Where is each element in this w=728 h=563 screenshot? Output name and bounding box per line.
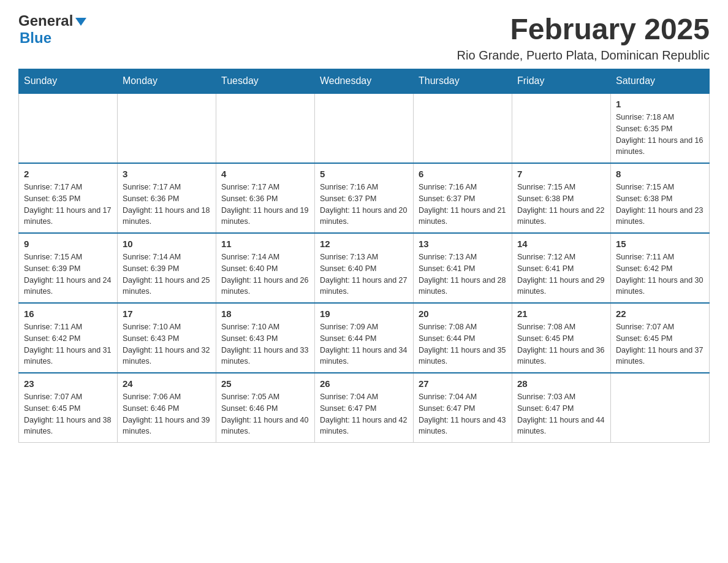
calendar-cell [118,93,216,163]
calendar-cell [216,93,315,163]
day-info: Sunrise: 7:09 AM Sunset: 6:44 PM Dayligh… [320,321,408,367]
day-number: 8 [616,169,704,179]
calendar-cell: 19Sunrise: 7:09 AM Sunset: 6:44 PM Dayli… [315,303,414,373]
calendar-cell: 8Sunrise: 7:15 AM Sunset: 6:38 PM Daylig… [611,163,710,233]
page-subtitle: Rio Grande, Puerto Plata, Dominican Repu… [457,48,710,63]
calendar-cell: 7Sunrise: 7:15 AM Sunset: 6:38 PM Daylig… [512,163,611,233]
day-number: 28 [517,378,605,389]
calendar-cell [315,93,414,163]
calendar-cell: 25Sunrise: 7:05 AM Sunset: 6:46 PM Dayli… [216,373,315,443]
day-number: 23 [24,378,112,389]
calendar-week-row: 1Sunrise: 7:18 AM Sunset: 6:35 PM Daylig… [19,93,710,163]
calendar-header-friday: Friday [512,69,611,94]
calendar-cell: 6Sunrise: 7:16 AM Sunset: 6:37 PM Daylig… [414,163,512,233]
day-number: 16 [24,308,112,319]
calendar-header-monday: Monday [118,69,216,94]
calendar-week-row: 23Sunrise: 7:07 AM Sunset: 6:45 PM Dayli… [19,373,710,443]
day-info: Sunrise: 7:11 AM Sunset: 6:42 PM Dayligh… [24,321,112,367]
day-number: 6 [419,169,507,179]
day-info: Sunrise: 7:04 AM Sunset: 6:47 PM Dayligh… [419,391,507,437]
day-number: 22 [616,308,704,319]
calendar-week-row: 9Sunrise: 7:15 AM Sunset: 6:39 PM Daylig… [19,233,710,303]
calendar-header-row: SundayMondayTuesdayWednesdayThursdayFrid… [19,69,710,94]
day-number: 9 [24,239,112,249]
day-info: Sunrise: 7:15 AM Sunset: 6:39 PM Dayligh… [24,251,112,297]
logo: General Blue [18,12,86,47]
day-number: 21 [517,308,605,319]
day-number: 4 [221,169,309,179]
calendar-cell: 3Sunrise: 7:17 AM Sunset: 6:36 PM Daylig… [118,163,216,233]
day-info: Sunrise: 7:18 AM Sunset: 6:35 PM Dayligh… [616,112,704,158]
day-info: Sunrise: 7:05 AM Sunset: 6:46 PM Dayligh… [221,391,309,437]
day-info: Sunrise: 7:15 AM Sunset: 6:38 PM Dayligh… [517,182,605,228]
day-number: 3 [123,169,211,179]
calendar-cell: 15Sunrise: 7:11 AM Sunset: 6:42 PM Dayli… [611,233,710,303]
calendar-cell: 11Sunrise: 7:14 AM Sunset: 6:40 PM Dayli… [216,233,315,303]
calendar-cell: 26Sunrise: 7:04 AM Sunset: 6:47 PM Dayli… [315,373,414,443]
calendar-week-row: 16Sunrise: 7:11 AM Sunset: 6:42 PM Dayli… [19,303,710,373]
calendar-cell: 22Sunrise: 7:07 AM Sunset: 6:45 PM Dayli… [611,303,710,373]
day-info: Sunrise: 7:08 AM Sunset: 6:44 PM Dayligh… [419,321,507,367]
calendar-cell: 5Sunrise: 7:16 AM Sunset: 6:37 PM Daylig… [315,163,414,233]
day-info: Sunrise: 7:06 AM Sunset: 6:46 PM Dayligh… [123,391,211,437]
day-number: 7 [517,169,605,179]
day-info: Sunrise: 7:04 AM Sunset: 6:47 PM Dayligh… [320,391,408,437]
calendar-cell [512,93,611,163]
day-info: Sunrise: 7:15 AM Sunset: 6:38 PM Dayligh… [616,182,704,228]
calendar-table: SundayMondayTuesdayWednesdayThursdayFrid… [18,69,710,443]
day-number: 20 [419,308,507,319]
day-info: Sunrise: 7:07 AM Sunset: 6:45 PM Dayligh… [616,321,704,367]
calendar-cell: 1Sunrise: 7:18 AM Sunset: 6:35 PM Daylig… [611,93,710,163]
calendar-week-row: 2Sunrise: 7:17 AM Sunset: 6:35 PM Daylig… [19,163,710,233]
day-number: 1 [616,99,704,109]
day-number: 24 [123,378,211,389]
title-block: February 2025 Rio Grande, Puerto Plata, … [457,12,710,63]
page-title: February 2025 [457,12,710,46]
calendar-cell: 2Sunrise: 7:17 AM Sunset: 6:35 PM Daylig… [19,163,118,233]
day-number: 11 [221,239,309,249]
calendar-cell: 14Sunrise: 7:12 AM Sunset: 6:41 PM Dayli… [512,233,611,303]
day-info: Sunrise: 7:03 AM Sunset: 6:47 PM Dayligh… [517,391,605,437]
day-number: 27 [419,378,507,389]
calendar-cell: 12Sunrise: 7:13 AM Sunset: 6:40 PM Dayli… [315,233,414,303]
day-info: Sunrise: 7:13 AM Sunset: 6:41 PM Dayligh… [419,251,507,297]
calendar-cell: 21Sunrise: 7:08 AM Sunset: 6:45 PM Dayli… [512,303,611,373]
calendar-header-sunday: Sunday [19,69,118,94]
day-info: Sunrise: 7:16 AM Sunset: 6:37 PM Dayligh… [419,182,507,228]
day-info: Sunrise: 7:17 AM Sunset: 6:36 PM Dayligh… [221,182,309,228]
calendar-header-wednesday: Wednesday [315,69,414,94]
logo-blue-text: Blue [20,29,51,47]
calendar-cell: 17Sunrise: 7:10 AM Sunset: 6:43 PM Dayli… [118,303,216,373]
day-number: 19 [320,308,408,319]
day-info: Sunrise: 7:14 AM Sunset: 6:39 PM Dayligh… [123,251,211,297]
calendar-cell: 4Sunrise: 7:17 AM Sunset: 6:36 PM Daylig… [216,163,315,233]
calendar-cell: 10Sunrise: 7:14 AM Sunset: 6:39 PM Dayli… [118,233,216,303]
calendar-cell: 28Sunrise: 7:03 AM Sunset: 6:47 PM Dayli… [512,373,611,443]
day-number: 12 [320,239,408,249]
day-info: Sunrise: 7:17 AM Sunset: 6:35 PM Dayligh… [24,182,112,228]
day-number: 25 [221,378,309,389]
day-info: Sunrise: 7:16 AM Sunset: 6:37 PM Dayligh… [320,182,408,228]
day-number: 2 [24,169,112,179]
calendar-cell [414,93,512,163]
calendar-header-saturday: Saturday [611,69,710,94]
day-info: Sunrise: 7:14 AM Sunset: 6:40 PM Dayligh… [221,251,309,297]
logo-general-text: General [18,12,73,29]
day-number: 17 [123,308,211,319]
day-info: Sunrise: 7:17 AM Sunset: 6:36 PM Dayligh… [123,182,211,228]
page-header: General Blue February 2025 Rio Grande, P… [18,12,710,63]
calendar-header-thursday: Thursday [414,69,512,94]
day-info: Sunrise: 7:10 AM Sunset: 6:43 PM Dayligh… [221,321,309,367]
logo-arrow-icon [75,18,86,26]
day-info: Sunrise: 7:13 AM Sunset: 6:40 PM Dayligh… [320,251,408,297]
day-info: Sunrise: 7:07 AM Sunset: 6:45 PM Dayligh… [24,391,112,437]
calendar-cell: 24Sunrise: 7:06 AM Sunset: 6:46 PM Dayli… [118,373,216,443]
day-number: 5 [320,169,408,179]
calendar-cell [19,93,118,163]
calendar-cell: 9Sunrise: 7:15 AM Sunset: 6:39 PM Daylig… [19,233,118,303]
day-number: 10 [123,239,211,249]
calendar-cell: 13Sunrise: 7:13 AM Sunset: 6:41 PM Dayli… [414,233,512,303]
day-number: 18 [221,308,309,319]
calendar-cell: 23Sunrise: 7:07 AM Sunset: 6:45 PM Dayli… [19,373,118,443]
day-info: Sunrise: 7:11 AM Sunset: 6:42 PM Dayligh… [616,251,704,297]
